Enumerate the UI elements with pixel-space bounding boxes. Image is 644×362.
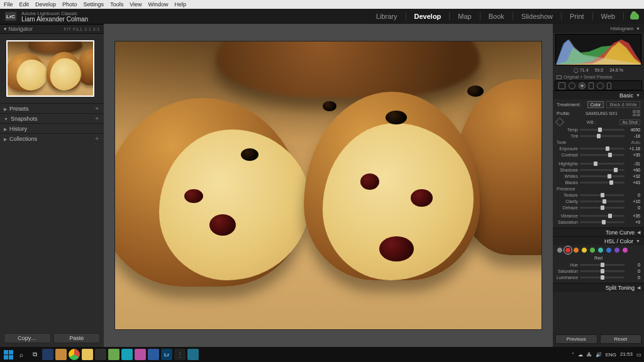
- hsl-color-picker[interactable]: [553, 245, 644, 255]
- taskbar-app-4[interactable]: [108, 349, 119, 360]
- basic-panel-header[interactable]: Basic▼: [553, 91, 644, 99]
- taskbar-chrome-icon[interactable]: [69, 349, 80, 360]
- module-picker[interactable]: Library Develop Map Book Slideshow Print…: [374, 11, 639, 21]
- taskbar-app-9[interactable]: [187, 349, 199, 360]
- highlights-slider[interactable]: Highlights-31: [557, 160, 640, 167]
- app-menu-bar[interactable]: File Edit Develop Photo Settings Tools V…: [0, 0, 644, 9]
- temp-slider[interactable]: Temp 4650: [557, 126, 640, 133]
- crop-tool-icon[interactable]: [558, 82, 565, 89]
- tray-lang[interactable]: ENG: [606, 352, 616, 358]
- blacks-slider[interactable]: Blacks+43: [557, 179, 640, 185]
- hsl-lum-slider[interactable]: Luminance0: [557, 274, 640, 280]
- panel-snapshots[interactable]: ▼Snapshots +: [0, 113, 104, 123]
- brush-tool-icon[interactable]: [607, 82, 611, 89]
- taskbar-app-1[interactable]: [42, 349, 53, 360]
- panel-history[interactable]: ▶History: [0, 123, 104, 133]
- menu-window[interactable]: Window: [148, 1, 169, 8]
- hsl-blue[interactable]: [606, 247, 612, 253]
- treatment-color[interactable]: Color: [587, 101, 604, 108]
- tray-network-icon[interactable]: 🖧: [587, 352, 592, 358]
- navigator-zoom-modes[interactable]: FIT FILL 1:1 3:1: [64, 27, 100, 31]
- navigator-header[interactable]: ▾ Navigator FIT FILL 1:1 3:1: [0, 24, 104, 34]
- taskbar-explorer-icon[interactable]: [82, 349, 93, 360]
- module-library[interactable]: Library: [374, 11, 399, 21]
- tray-chevron-icon[interactable]: ˄: [572, 352, 574, 358]
- module-slideshow[interactable]: Slideshow: [519, 11, 555, 21]
- menu-develop[interactable]: Develop: [35, 1, 56, 8]
- hsl-panel-header[interactable]: HSL / Color▼: [553, 237, 644, 245]
- grad-filter-icon[interactable]: [589, 82, 594, 89]
- treatment-bw[interactable]: Black & White: [606, 101, 640, 108]
- module-map[interactable]: Map: [456, 11, 473, 21]
- splittoning-panel-header[interactable]: Split Toning◀: [553, 283, 644, 292]
- hsl-green[interactable]: [589, 247, 596, 253]
- radial-filter-icon[interactable]: [597, 82, 604, 89]
- menu-edit[interactable]: Edit: [19, 1, 30, 8]
- clarity-slider[interactable]: Clarity+10: [557, 198, 640, 204]
- saturation-slider[interactable]: Saturation+9: [557, 219, 640, 225]
- navigator-thumbnail[interactable]: [6, 40, 94, 97]
- search-icon[interactable]: ⌕: [16, 349, 27, 360]
- taskbar-app-3[interactable]: [95, 349, 106, 360]
- hsl-red[interactable]: [565, 247, 571, 253]
- profile-browser-icon[interactable]: [633, 110, 640, 116]
- module-print[interactable]: Print: [568, 11, 586, 21]
- menu-photo[interactable]: Photo: [62, 1, 77, 8]
- menu-help[interactable]: Help: [175, 1, 187, 8]
- whites-slider[interactable]: Whites+32: [557, 173, 640, 179]
- hsl-all-icon[interactable]: [557, 247, 563, 253]
- hsl-hue-slider[interactable]: Hue0: [557, 261, 640, 268]
- wb-eyedropper-icon[interactable]: [555, 118, 564, 126]
- develop-toolstrip[interactable]: [555, 80, 642, 90]
- vibrance-slider[interactable]: Vibrance+35: [557, 212, 640, 219]
- histogram-header[interactable]: Histogram▼: [553, 24, 644, 33]
- taskbar-app-5[interactable]: [121, 349, 133, 360]
- panel-presets[interactable]: ▶Presets +: [0, 103, 104, 113]
- menu-settings[interactable]: Settings: [84, 1, 104, 8]
- add-snapshot-icon[interactable]: +: [95, 115, 99, 122]
- module-web[interactable]: Web: [599, 11, 617, 21]
- redeye-tool-icon[interactable]: [579, 82, 586, 89]
- tonecurve-panel-header[interactable]: Tone Curve◀: [553, 228, 644, 236]
- tray-volume-icon[interactable]: 🔊: [596, 352, 602, 358]
- copy-settings-button[interactable]: Copy…: [4, 333, 51, 343]
- tray-notifications-icon[interactable]: ▭: [636, 352, 641, 358]
- hsl-sat-slider[interactable]: Saturation0: [557, 268, 640, 274]
- sync-status-icon[interactable]: [630, 13, 639, 19]
- menu-file[interactable]: File: [4, 1, 13, 8]
- histogram[interactable]: [555, 34, 641, 65]
- taskbar-app-6[interactable]: [135, 349, 146, 360]
- tray-onedrive-icon[interactable]: ☁: [578, 352, 583, 358]
- shadows-slider[interactable]: Shadows+60: [557, 167, 640, 173]
- panel-collections[interactable]: ▶Collections +: [0, 133, 104, 143]
- contrast-slider[interactable]: Contrast+35: [557, 151, 640, 158]
- reset-button[interactable]: Reset: [600, 334, 642, 344]
- menu-view[interactable]: View: [130, 1, 142, 8]
- spot-tool-icon[interactable]: [569, 82, 575, 89]
- taskbar-lightroom-icon[interactable]: Lr: [161, 349, 172, 360]
- wb-preset[interactable]: As Shot: [619, 119, 640, 125]
- auto-tone-button[interactable]: Auto: [631, 140, 640, 145]
- dehaze-slider[interactable]: Dehaze0: [557, 204, 640, 211]
- hsl-orange[interactable]: [573, 247, 579, 253]
- hsl-aqua[interactable]: [597, 247, 604, 253]
- hsl-purple[interactable]: [614, 247, 620, 253]
- add-collection-icon[interactable]: +: [95, 135, 99, 142]
- taskbar-app-8[interactable]: ⋮: [174, 349, 186, 360]
- menu-tools[interactable]: Tools: [110, 1, 123, 8]
- module-develop[interactable]: Develop: [413, 11, 443, 21]
- exposure-slider[interactable]: Exposure+1.18: [557, 145, 640, 151]
- previous-button[interactable]: Previous: [555, 334, 597, 344]
- taskbar-app-7[interactable]: [148, 349, 159, 360]
- loupe-view[interactable]: [104, 24, 553, 347]
- taskview-icon[interactable]: ⧉: [29, 349, 40, 360]
- tray-clock[interactable]: 21:53: [620, 351, 633, 357]
- taskbar-app-2[interactable]: [55, 349, 67, 360]
- hsl-magenta[interactable]: [622, 247, 628, 253]
- profile-value[interactable]: SAMSUNG NX1: [586, 111, 618, 116]
- photo-canvas[interactable]: [114, 41, 542, 330]
- windows-taskbar[interactable]: ⌕ ⧉ Lr ⋮ ˄ ☁ 🖧 🔊 ENG 21:53 ▭: [0, 347, 644, 362]
- add-preset-icon[interactable]: +: [95, 105, 99, 112]
- texture-slider[interactable]: Texture0: [557, 192, 640, 198]
- tint-slider[interactable]: Tint -18: [557, 133, 640, 139]
